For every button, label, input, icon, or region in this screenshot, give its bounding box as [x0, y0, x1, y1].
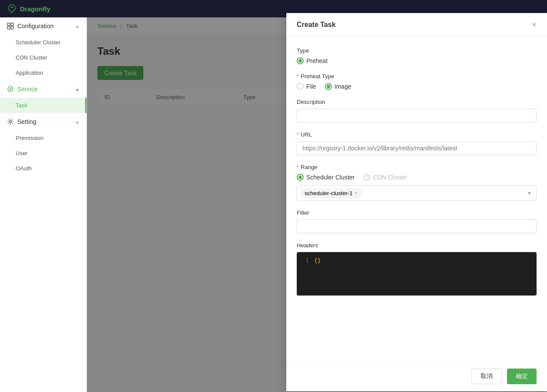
code-line-1: 1 {}	[302, 257, 531, 264]
range-cdn-radio[interactable]: CDN Cluster	[363, 174, 407, 181]
preheat-image-radio[interactable]: Image	[325, 83, 351, 90]
confirm-button[interactable]: 确定	[507, 369, 537, 384]
image-radio-label: Image	[335, 83, 351, 90]
headers-section: Headers 1 {}	[297, 242, 537, 296]
create-task-dialog: Create Task × Type Preheat	[286, 17, 547, 391]
preheat-type-radio-group: File Image	[297, 83, 537, 90]
image-radio-circle	[325, 83, 332, 90]
scheduler-radio-label: Scheduler Cluster	[306, 174, 355, 181]
preheat-type-section: * Preheat Type File Image	[297, 73, 537, 90]
scheduler-radio-circle	[297, 174, 304, 181]
setting-chevron: ▲	[75, 120, 80, 124]
tag-close-icon[interactable]: ×	[355, 190, 357, 196]
configuration-chevron: ▲	[75, 24, 80, 29]
file-radio-circle	[297, 83, 304, 90]
sidebar-item-premission[interactable]: Premission	[0, 130, 86, 146]
main-layout: Configuration ▲ Scheduler Cluster CDN Cl…	[0, 17, 547, 392]
url-label: * URL	[297, 131, 537, 138]
dialog-title: Create Task	[297, 21, 336, 29]
setting-icon	[7, 118, 14, 125]
service-group[interactable]: Service ▲	[0, 80, 86, 98]
svg-rect-1	[11, 23, 13, 26]
tag-scheduler-cluster-1: scheduler-cluster-1 ×	[301, 189, 361, 198]
filter-label: Filter	[297, 209, 537, 216]
service-icon	[7, 86, 14, 93]
select-arrow-icon: ▼	[527, 190, 532, 196]
configuration-label: Configuration	[17, 23, 53, 30]
sidebar-item-task[interactable]: Task	[0, 98, 86, 113]
range-label: * Range	[297, 164, 537, 170]
headers-code-editor[interactable]: 1 {}	[297, 252, 537, 296]
svg-rect-3	[11, 27, 13, 29]
file-radio-label: File	[306, 83, 316, 90]
type-section: Type Preheat	[297, 47, 537, 64]
preheat-type-label: * Preheat Type	[297, 73, 537, 80]
service-label: Service	[17, 86, 38, 93]
type-preheat-radio[interactable]: Preheat	[297, 57, 328, 64]
configuration-group[interactable]: Configuration ▲	[0, 17, 86, 35]
setting-group[interactable]: Setting ▲	[0, 113, 86, 130]
cdn-radio-label: CDN Cluster	[373, 174, 407, 181]
type-label: Type	[297, 47, 537, 54]
type-radio-group: Preheat	[297, 57, 537, 64]
description-section: Description	[297, 99, 537, 123]
setting-label: Setting	[17, 118, 36, 125]
line-number: 1	[302, 257, 309, 264]
sidebar: Configuration ▲ Scheduler Cluster CDN Cl…	[0, 17, 87, 392]
sidebar-item-user[interactable]: User	[0, 146, 86, 161]
preheat-file-radio[interactable]: File	[297, 83, 316, 90]
description-input[interactable]	[297, 109, 537, 123]
dialog-header: Create Task ×	[286, 17, 547, 37]
sidebar-item-oauth[interactable]: OAuth	[0, 161, 86, 176]
svg-rect-0	[7, 23, 10, 26]
logo-text: Dragonfly	[20, 5, 50, 13]
svg-rect-2	[7, 27, 10, 29]
preheat-radio-circle	[297, 57, 304, 64]
service-chevron: ▲	[75, 87, 80, 92]
dialog-footer: 取消 确定	[286, 361, 547, 391]
preheat-type-required: *	[297, 73, 299, 80]
sidebar-item-application[interactable]: Application	[0, 65, 86, 80]
dragonfly-logo-icon	[7, 4, 17, 13]
cancel-button[interactable]: 取消	[471, 369, 502, 384]
range-scheduler-radio[interactable]: Scheduler Cluster	[297, 174, 355, 181]
configuration-icon	[7, 23, 14, 30]
description-label: Description	[297, 99, 537, 105]
url-required: *	[297, 131, 299, 138]
range-radio-group: Scheduler Cluster CDN Cluster	[297, 174, 537, 181]
range-section: * Range Scheduler Cluster CDN Cluster	[297, 164, 537, 201]
preheat-radio-label: Preheat	[306, 57, 328, 64]
code-content: {}	[314, 257, 321, 264]
url-section: * URL	[297, 131, 537, 155]
content-area: Service / Task Task Create Task ID Descr…	[87, 17, 547, 392]
cdn-radio-circle	[363, 174, 370, 181]
sidebar-item-scheduler-cluster[interactable]: Scheduler Cluster	[0, 35, 86, 50]
service-section: Service ▲ Task	[0, 80, 86, 113]
cluster-select[interactable]: scheduler-cluster-1 × ▼	[297, 185, 537, 201]
sidebar-item-cdn-cluster[interactable]: CDN Cluster	[0, 50, 86, 65]
configuration-section: Configuration ▲ Scheduler Cluster CDN Cl…	[0, 17, 86, 80]
svg-point-5	[10, 121, 12, 123]
setting-section: Setting ▲ Premission User OAuth	[0, 113, 86, 176]
filter-input[interactable]	[297, 219, 537, 233]
range-required: *	[297, 164, 299, 170]
dialog-close-button[interactable]: ×	[532, 21, 537, 29]
dialog-body: Type Preheat * Preheat Type	[286, 37, 547, 361]
filter-section: Filter	[297, 209, 537, 233]
url-input[interactable]	[297, 141, 537, 155]
headers-label: Headers	[297, 242, 537, 249]
logo: Dragonfly	[7, 4, 50, 13]
